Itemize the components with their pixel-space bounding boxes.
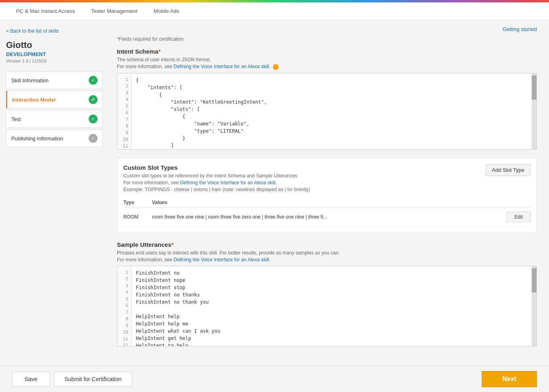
slot-type-room: ROOM — [123, 207, 152, 226]
required-star-utterances: * — [171, 241, 174, 248]
sidebar-item-interaction-model[interactable]: Interaction Model ✓ — [6, 91, 103, 108]
sidebar-item-test[interactable]: Test ✓ — [6, 110, 103, 128]
slot-type-room-values: room three five one nine | room three fi… — [152, 207, 485, 226]
nav-tester-mgmt[interactable]: Tester Management — [83, 2, 146, 20]
nav-mobile-ads[interactable]: Mobile Ads — [146, 2, 187, 20]
utterances-scrollbar[interactable] — [532, 266, 537, 346]
sample-utterances-link[interactable]: Defining the Voice Interface for an Alex… — [174, 257, 270, 263]
custom-slot-types-title: Custom Slot Types — [123, 164, 310, 171]
custom-slot-types-desc2: For more information, see Defining the V… — [123, 180, 310, 186]
intent-schema-link[interactable]: Defining the Voice Interface for an Alex… — [174, 64, 270, 69]
footer-left-buttons: Save Submit for Certification — [12, 371, 132, 379]
sample-utterances-title: Sample Utterances* — [117, 241, 537, 248]
sample-utterances-desc1: Phrases end users say to interact with t… — [117, 250, 537, 256]
check-icon-test: ✓ — [89, 115, 98, 123]
intent-schema-scrollbar[interactable] — [532, 73, 537, 149]
intent-schema-section: Intent Schema* The schema of user intent… — [117, 48, 537, 150]
skill-version: Version 1.0 | 11/3/15 — [6, 58, 103, 63]
slot-table-header-type: Type — [123, 198, 152, 208]
back-link[interactable]: < Back to the list of skills — [6, 28, 103, 34]
footer-bar: Save Submit for Certification Next — [0, 366, 549, 379]
page-container: < Back to the list of skills Giotto DEVE… — [0, 20, 549, 379]
nav-pc-mac[interactable]: PC & Mac Instant Access — [8, 2, 83, 20]
intent-schema-line-numbers: 12345 678910 1112131415 16 — [117, 73, 132, 149]
skill-name: Giotto — [6, 40, 103, 50]
utterances-code[interactable]: FinishIntent no FinishIntent nope Finish… — [132, 266, 532, 346]
check-icon-skill-info: ✓ — [89, 76, 98, 85]
getting-started-link[interactable]: Getting started — [503, 26, 537, 32]
utterances-line-numbers: 12345 678910 1112131415 16 — [117, 266, 132, 346]
custom-slot-types-example: Example: TOPPINGS - cheese | onions | ha… — [123, 187, 310, 192]
sidebar-item-publishing[interactable]: Publishing Information ✓ — [6, 129, 103, 147]
intent-schema-scrollbar-thumb — [532, 75, 537, 100]
submit-for-certification-button[interactable]: Submit for Certification — [54, 371, 132, 379]
custom-slot-types-desc1: Custom slot types to be referenced by th… — [123, 173, 310, 179]
sidebar-nav: Skill Information ✓ Interaction Model ✓ … — [6, 71, 103, 147]
skill-status: DEVELOPMENT — [6, 51, 103, 57]
main-nav: PC & Mac Instant Access Tester Managemen… — [0, 2, 549, 20]
custom-slot-types-info: Custom Slot Types Custom slot types to b… — [123, 164, 310, 194]
custom-slot-types-section: Custom Slot Types Custom slot types to b… — [117, 158, 537, 233]
intent-schema-editor[interactable]: 12345 678910 1112131415 16 { "intents": … — [117, 73, 537, 150]
intent-schema-title: Intent Schema* — [117, 48, 537, 55]
check-icon-interaction-model: ✓ — [89, 95, 98, 104]
slot-table-header-values: Values — [152, 198, 485, 208]
slot-types-table: Type Values ROOM room three five one nin… — [123, 198, 530, 227]
slot-table-header-actions — [485, 198, 530, 208]
sidebar: < Back to the list of skills Giotto DEVE… — [0, 20, 109, 379]
sidebar-item-skill-info[interactable]: Skill Information ✓ — [6, 71, 103, 89]
required-note: *Fields required for certification — [117, 36, 537, 42]
table-row: ROOM room three five one nine | room thr… — [123, 207, 530, 226]
required-star-intent: * — [158, 48, 161, 55]
sidebar-item-test-label: Test — [11, 116, 21, 122]
intent-schema-code[interactable]: { "intents": [ { "intent": "KettleGreeti… — [132, 73, 532, 149]
sample-utterances-desc2: For more information, see Defining the V… — [117, 257, 537, 263]
intent-schema-desc1: The schema of user intents in JSON forma… — [117, 57, 537, 63]
help-icon[interactable]: ? — [273, 64, 279, 70]
sample-utterances-section: Sample Utterances* Phrases end users say… — [117, 241, 537, 346]
main-content: Getting started *Fields required for cer… — [109, 20, 549, 379]
sidebar-item-interaction-model-label: Interaction Model — [12, 97, 56, 103]
slot-type-room-actions: Edit — [485, 207, 530, 226]
edit-slot-type-button[interactable]: Edit — [507, 212, 530, 222]
sidebar-item-skill-info-label: Skill Information — [11, 77, 48, 83]
custom-slot-types-link[interactable]: Defining the Voice Interface for an Alex… — [180, 180, 277, 186]
utterances-scrollbar-thumb — [532, 268, 537, 292]
sidebar-item-publishing-label: Publishing Information — [11, 136, 63, 142]
custom-slot-types-header: Custom Slot Types Custom slot types to b… — [123, 164, 530, 194]
add-slot-type-button[interactable]: Add Slot Type — [486, 164, 530, 176]
utterances-editor[interactable]: 12345 678910 1112131415 16 FinishIntent … — [117, 266, 537, 346]
check-icon-publishing: ✓ — [89, 134, 98, 143]
next-button[interactable]: Next — [482, 371, 537, 379]
save-button[interactable]: Save — [12, 371, 50, 379]
intent-schema-desc2: For more information, see Defining the V… — [117, 64, 537, 70]
getting-started-container: Getting started — [117, 26, 537, 32]
